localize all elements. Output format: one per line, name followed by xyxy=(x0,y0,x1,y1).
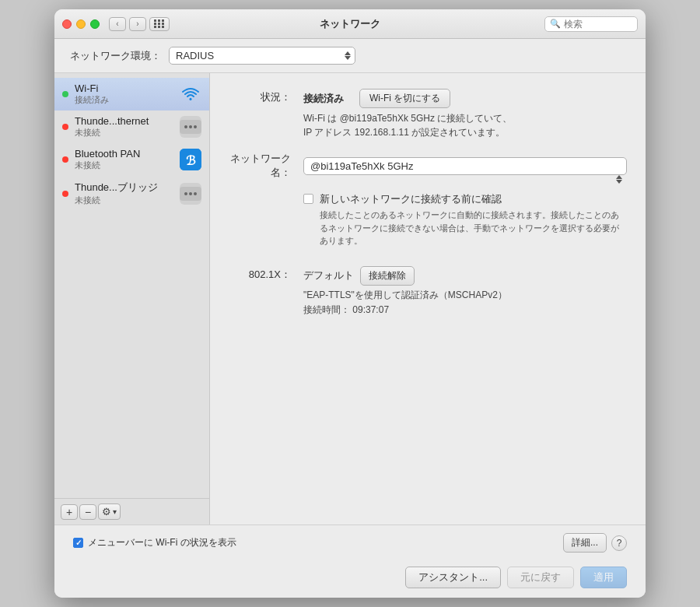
dots-icon-bridge xyxy=(180,183,201,205)
sidebar-item-bluetooth[interactable]: Bluetooth PAN 未接続 ℬ xyxy=(54,143,209,176)
status-value: 接続済み xyxy=(303,92,344,106)
svg-text:ℬ: ℬ xyxy=(186,154,196,167)
env-select[interactable]: RADIUS xyxy=(169,47,355,65)
status-content: 接続済み Wi-Fi を切にする Wi-Fi は @bi119aTe5hXk 5… xyxy=(303,89,627,139)
remove-button[interactable]: − xyxy=(79,504,96,520)
status-dot-wifi xyxy=(62,91,68,97)
dots-icon-eth xyxy=(180,116,201,138)
eap-time-value: 09:37:07 xyxy=(352,304,389,315)
network-select-wrapper: @bi119aTe5hXk 5GHz xyxy=(303,157,627,175)
sidebar-item-thunderbolt-bridge[interactable]: Thunde...ブリッジ 未接続 xyxy=(54,176,209,211)
forward-button[interactable]: › xyxy=(129,17,146,31)
svg-point-9 xyxy=(189,192,192,195)
checkbox-area: 新しいネットワークに接続する前に確認 接続したことのあるネットワークに自動的に接… xyxy=(303,192,627,247)
item-name-wifi: Wi-Fi xyxy=(75,82,173,94)
eap-time: 接続時間： 09:37:07 xyxy=(303,304,627,317)
search-input[interactable] xyxy=(564,19,634,30)
checkbox-row: 新しいネットワークに接続する前に確認 接続したことのあるネットワークに自動的に接… xyxy=(303,192,627,247)
item-name-bridge: Thunde...ブリッジ xyxy=(75,181,173,195)
item-info-bt: Bluetooth PAN 未接続 xyxy=(75,148,173,171)
item-name-bt: Bluetooth PAN xyxy=(75,148,173,160)
network-select-arrows-icon xyxy=(616,175,622,184)
gear-icon: ⚙ xyxy=(102,506,111,518)
help-button[interactable]: ? xyxy=(611,535,627,551)
checkmark-icon: ✓ xyxy=(75,539,82,547)
toolbar: ネットワーク環境： RADIUS xyxy=(54,39,646,73)
add-button[interactable]: + xyxy=(61,504,78,520)
svg-point-0 xyxy=(190,98,192,100)
svg-point-4 xyxy=(194,125,197,128)
detail-button[interactable]: 詳細... xyxy=(563,533,607,553)
svg-point-2 xyxy=(184,125,187,128)
status-label: 状況： xyxy=(229,89,291,104)
revert-button[interactable]: 元に戻す xyxy=(507,567,574,588)
confirm-new-network-checkbox[interactable] xyxy=(303,194,313,204)
minimize-button[interactable] xyxy=(76,19,86,29)
sidebar-item-wifi[interactable]: Wi-Fi 接続済み xyxy=(54,78,209,111)
sidebar: Wi-Fi 接続済み xyxy=(54,73,210,525)
traffic-lights xyxy=(62,19,100,29)
window-title: ネットワーク xyxy=(320,17,380,31)
item-status-bridge: 未接続 xyxy=(75,195,173,206)
svg-point-8 xyxy=(184,192,187,195)
eap-value: デフォルト xyxy=(303,268,354,282)
wifi-icon xyxy=(180,83,201,105)
disconnect-button[interactable]: 接続解除 xyxy=(360,266,415,286)
eap-row: 802.1X： デフォルト 接続解除 "EAP-TTLS"を使用して認証済み（M… xyxy=(229,266,627,317)
status-description: Wi-Fi は @bi119aTe5hXk 5GHz に接続していて、 IP ア… xyxy=(303,111,627,139)
status-dot-bridge xyxy=(62,191,68,197)
dots-svg-bridge xyxy=(180,187,201,201)
status-dot-eth xyxy=(62,124,68,130)
content-area: Wi-Fi 接続済み xyxy=(54,73,646,525)
menubar-label: メニューバーに Wi-Fi の状況を表示 xyxy=(88,536,236,549)
grid-icon xyxy=(154,19,165,28)
env-select-wrapper: RADIUS xyxy=(169,47,355,65)
menubar-checkbox[interactable]: ✓ xyxy=(73,538,83,548)
maximize-button[interactable] xyxy=(90,19,100,29)
sidebar-footer: + − ⚙ ▾ xyxy=(54,498,209,525)
menubar-checkbox-area: ✓ メニューバーに Wi-Fi の状況を表示 xyxy=(73,536,563,549)
search-box[interactable]: 🔍 xyxy=(544,16,638,32)
network-label: ネットワーク名： xyxy=(229,152,291,180)
svg-point-3 xyxy=(189,125,192,128)
network-select[interactable]: @bi119aTe5hXk 5GHz xyxy=(303,157,627,175)
eap-auth: "EAP-TTLS"を使用して認証済み（MSCHAPv2） xyxy=(303,289,627,302)
item-name-eth: Thunde...thernet xyxy=(75,115,173,127)
bluetooth-icon: ℬ xyxy=(180,149,201,170)
bottom-bar: ✓ メニューバーに Wi-Fi の状況を表示 詳細... ? xyxy=(54,525,646,560)
checkbox-label-group: 新しいネットワークに接続する前に確認 接続したことのあるネットワークに自動的に接… xyxy=(320,192,627,247)
dots-svg-eth xyxy=(180,120,201,134)
gear-button[interactable]: ⚙ ▾ xyxy=(98,503,121,520)
status-dot-bt xyxy=(62,156,68,163)
item-status-wifi: 接続済み xyxy=(75,94,173,106)
sidebar-item-thunderbolt-eth[interactable]: Thunde...thernet 未接続 xyxy=(54,111,209,143)
wifi-svg-icon xyxy=(181,86,200,102)
eap-time-label: 接続時間： xyxy=(303,304,350,315)
item-info-eth: Thunde...thernet 未接続 xyxy=(75,115,173,139)
assistant-button[interactable]: アシスタント... xyxy=(405,567,501,588)
back-button[interactable]: ‹ xyxy=(109,17,126,31)
network-name-row: ネットワーク名： @bi119aTe5hXk 5GHz xyxy=(229,152,627,180)
grid-button[interactable] xyxy=(149,17,170,31)
nav-buttons: ‹ › xyxy=(109,17,146,31)
close-button[interactable] xyxy=(62,19,72,29)
eap-label: 802.1X： xyxy=(229,266,291,282)
eap-content: デフォルト 接続解除 "EAP-TTLS"を使用して認証済み（MSCHAPv2）… xyxy=(303,266,627,317)
item-status-bt: 未接続 xyxy=(75,160,173,171)
checkbox-description: 接続したことのあるネットワークに自動的に接続されます。接続したことのあるネットワ… xyxy=(320,209,627,247)
network-window: ‹ › ネットワーク 🔍 ネットワーク環境： RADIUS xyxy=(54,9,646,598)
checkbox-title: 新しいネットワークに接続する前に確認 xyxy=(320,192,627,206)
item-status-eth: 未接続 xyxy=(75,127,173,139)
bluetooth-svg-icon: ℬ xyxy=(180,149,201,170)
eap-value-row: デフォルト 接続解除 xyxy=(303,266,627,286)
item-info-wifi: Wi-Fi 接続済み xyxy=(75,82,173,106)
apply-button[interactable]: 適用 xyxy=(580,567,627,588)
gear-chevron-icon: ▾ xyxy=(113,507,117,516)
sidebar-list: Wi-Fi 接続済み xyxy=(54,73,209,498)
turn-off-wifi-button[interactable]: Wi-Fi を切にする xyxy=(359,89,450,108)
status-row: 状況： 接続済み Wi-Fi を切にする Wi-Fi は @bi119aTe5h… xyxy=(229,89,627,139)
titlebar: ‹ › ネットワーク 🔍 xyxy=(54,9,646,39)
search-icon: 🔍 xyxy=(550,19,561,29)
main-panel: 状況： 接続済み Wi-Fi を切にする Wi-Fi は @bi119aTe5h… xyxy=(210,73,646,525)
action-bar: アシスタント... 元に戻す 適用 xyxy=(54,560,646,598)
